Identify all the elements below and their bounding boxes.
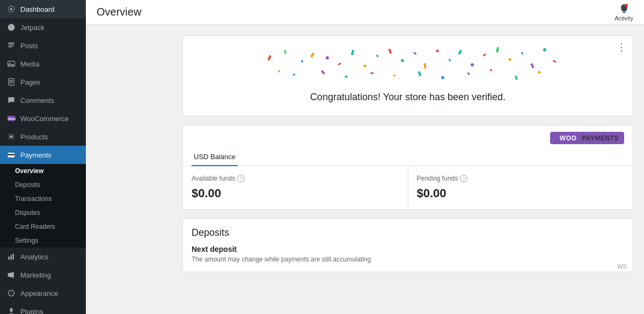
sidebar-item-appearance-label: Appearance [20, 289, 58, 297]
page-title: Overview [97, 6, 141, 18]
svg-point-55 [490, 69, 492, 71]
sidebar-item-posts[interactable]: Posts [0, 36, 86, 55]
svg-text:WOO: WOO [8, 117, 16, 121]
next-deposit-title: Next deposit [192, 245, 624, 253]
sidebar-item-pages[interactable]: Pages [0, 73, 86, 91]
sidebar-item-appearance[interactable]: Appearance [0, 284, 86, 302]
plugins-icon [6, 306, 16, 314]
woocommerce-icon: WOO [6, 114, 16, 123]
sidebar: Dashboard Jetpack Posts Media Pages Comm… [0, 0, 86, 314]
submenu-disputes[interactable]: Disputes [0, 206, 86, 220]
svg-rect-39 [482, 54, 486, 57]
tab-usd-balance[interactable]: USD Balance [192, 148, 238, 166]
pending-funds-label: Pending funds ? [417, 175, 625, 182]
svg-rect-2 [8, 44, 14, 46]
svg-rect-15 [8, 257, 9, 260]
svg-point-21 [625, 4, 628, 7]
activity-label: Activity [614, 15, 633, 21]
svg-rect-37 [458, 50, 462, 55]
payments-icon [6, 150, 16, 160]
sidebar-item-payments-label: Payments [20, 151, 52, 159]
svg-rect-50 [370, 72, 374, 74]
svg-point-29 [364, 65, 367, 68]
submenu-deposits[interactable]: Deposits [0, 178, 86, 192]
svg-rect-17 [12, 253, 13, 259]
svg-rect-22 [267, 55, 271, 61]
congrats-card: ⋮ [182, 35, 633, 116]
svg-point-26 [326, 56, 329, 59]
sidebar-item-pages-label: Pages [20, 78, 40, 86]
svg-rect-12 [10, 136, 13, 138]
svg-rect-8 [10, 81, 13, 82]
svg-rect-23 [284, 50, 287, 55]
svg-point-44 [543, 48, 546, 51]
jetpack-icon [6, 23, 16, 32]
svg-rect-24 [301, 59, 304, 63]
svg-point-41 [509, 58, 511, 61]
svg-rect-3 [8, 47, 12, 48]
sidebar-item-woocommerce-label: WooCommerce [20, 115, 69, 123]
submenu-transactions[interactable]: Transactions [0, 192, 86, 206]
svg-rect-45 [553, 60, 557, 63]
sidebar-item-jetpack-label: Jetpack [20, 24, 45, 32]
sidebar-item-payments[interactable]: Payments [0, 146, 86, 164]
svg-rect-42 [521, 51, 523, 55]
sidebar-item-analytics-label: Analytics [20, 253, 48, 261]
svg-point-0 [10, 8, 12, 10]
sidebar-item-jetpack[interactable]: Jetpack [0, 18, 86, 36]
svg-rect-27 [338, 63, 341, 66]
submenu-card-readers[interactable]: Card Readers [0, 220, 86, 234]
posts-icon [6, 41, 16, 50]
svg-rect-9 [10, 83, 12, 84]
analytics-icon [6, 252, 16, 261]
svg-point-38 [471, 63, 474, 66]
congrats-message: Congratulations! Your store has been ver… [192, 92, 624, 103]
available-funds-label: Available funds ? [192, 175, 399, 182]
main-content: ⋮ [172, 25, 644, 314]
available-help-icon[interactable]: ? [237, 175, 245, 182]
svg-rect-16 [10, 255, 11, 260]
svg-rect-56 [515, 76, 518, 80]
sidebar-item-products[interactable]: Products [0, 128, 86, 146]
activity-icon [619, 3, 630, 14]
sidebar-item-comments[interactable]: Comments [0, 91, 86, 109]
sidebar-item-plugins-label: Plugins [20, 308, 43, 315]
svg-rect-1 [8, 42, 14, 43]
sidebar-item-marketing-label: Marketing [20, 271, 51, 279]
svg-point-53 [441, 76, 444, 79]
sidebar-item-plugins[interactable]: Plugins [0, 302, 86, 314]
available-funds-amount: $0.00 [192, 186, 399, 200]
activity-button[interactable]: Activity [614, 3, 633, 21]
sidebar-item-woocommerce[interactable]: WOO WooCommerce [0, 109, 86, 128]
submenu-overview[interactable]: Overview [0, 164, 86, 178]
submenu-settings[interactable]: Settings [0, 234, 86, 248]
sidebar-item-dashboard[interactable]: Dashboard [0, 0, 86, 18]
sidebar-item-analytics[interactable]: Analytics [0, 248, 86, 266]
tabs: USD Balance [183, 148, 633, 166]
pending-help-icon[interactable]: ? [460, 175, 467, 182]
media-icon [6, 59, 16, 69]
dashboard-icon [6, 4, 16, 14]
deposits-card: Deposits Next deposit The amount may cha… [182, 218, 633, 272]
svg-rect-28 [351, 50, 354, 56]
next-deposit-sub: The amount may change while payments are… [192, 256, 624, 263]
svg-rect-14 [8, 154, 15, 155]
sidebar-item-marketing[interactable]: Marketing [0, 266, 86, 284]
svg-rect-36 [448, 58, 451, 62]
sidebar-item-media-label: Media [20, 60, 39, 68]
svg-point-46 [278, 70, 280, 72]
woo-payments-logo: WOOPAYMENTS [550, 132, 624, 144]
svg-rect-54 [467, 72, 470, 75]
svg-rect-40 [496, 47, 499, 53]
svg-rect-52 [418, 71, 421, 77]
marketing-icon [6, 270, 16, 280]
svg-rect-30 [376, 54, 379, 57]
confetti-area [192, 44, 624, 87]
sidebar-item-comments-label: Comments [20, 96, 54, 104]
sidebar-item-posts-label: Posts [20, 42, 38, 50]
svg-point-49 [345, 76, 348, 78]
pages-icon [6, 77, 16, 87]
available-funds-cell: Available funds ? $0.00 [183, 166, 408, 209]
pending-funds-amount: $0.00 [417, 186, 625, 200]
sidebar-item-media[interactable]: Media [0, 55, 86, 73]
